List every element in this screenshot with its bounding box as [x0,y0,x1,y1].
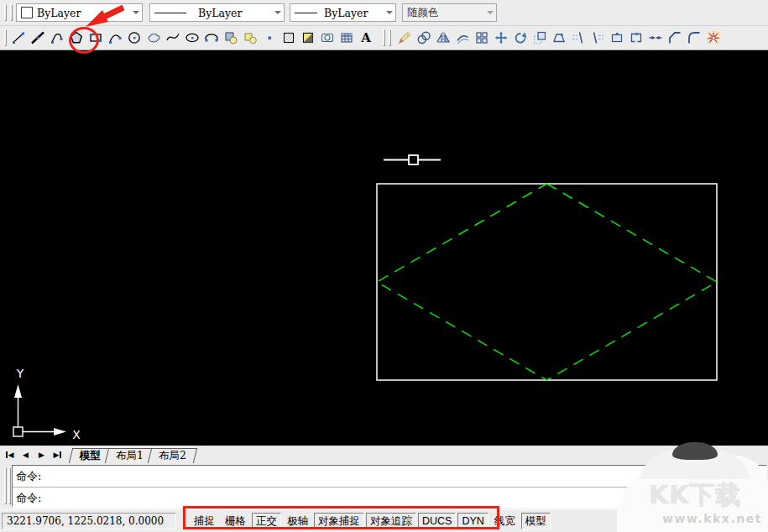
move-button[interactable] [491,28,510,49]
linetype-control-combobox[interactable]: ByLayer [149,3,285,22]
stretch-button[interactable] [549,28,568,49]
polyline-button[interactable] [47,28,66,49]
erase-button[interactable] [394,28,414,49]
next-layout-tab-button[interactable]: ▶ [34,448,49,462]
multiline-text-icon: A [358,30,374,45]
line-button[interactable] [8,28,28,49]
revision-cloud-icon [146,30,161,45]
drawn-rectangle[interactable] [377,184,717,380]
rotate-button[interactable] [510,28,530,49]
toggle-线宽[interactable]: 线宽 [490,513,520,529]
color-control-value: ByLayer [37,7,129,19]
draw-modify-toolbar-row: A [0,26,768,50]
join-button[interactable] [645,28,665,49]
toggle-栅格[interactable]: 栅格 [221,513,250,529]
make-block-button[interactable] [240,28,259,49]
toggle-捕捉[interactable]: 捕捉 [190,513,219,529]
lineweight-control-combobox[interactable]: ByLayer [290,3,396,22]
revision-cloud-button[interactable] [144,28,163,49]
point-button[interactable] [259,28,279,49]
table-button[interactable] [337,28,356,49]
break-at-point-button[interactable] [607,28,626,49]
circle-button[interactable] [124,28,144,49]
chamfer-button[interactable] [665,28,684,49]
tab-label: 布局2 [159,449,186,463]
command-text-area[interactable]: 命令:命令: [12,465,767,507]
toolbar-grip[interactable] [10,4,13,21]
color-control-dropdown-button[interactable] [129,4,142,21]
mirror-button[interactable] [433,28,452,49]
array-icon [474,30,489,45]
join-icon [648,30,663,45]
arc-button[interactable] [105,28,124,49]
array-button[interactable] [472,28,491,49]
construction-line-icon [30,30,45,45]
layout-tab-bar: ◀◀▶▶ 模型布局1布局2 [0,446,768,463]
chamfer-icon [667,30,682,45]
ellipse-arc-button[interactable] [201,28,221,49]
toggle-对象捕捉[interactable]: 对象捕捉 [314,513,364,529]
scale-button[interactable] [530,28,549,49]
stretch-icon [551,30,567,45]
construction-line-button[interactable] [28,28,47,49]
drawing-canvas[interactable]: Y X [0,50,768,446]
offset-icon [455,30,470,45]
ellipse-button[interactable] [182,28,201,49]
tab-布局2[interactable]: 布局2 [148,448,197,463]
polygon-button[interactable] [66,28,86,49]
ellipse-arc-icon [204,30,219,45]
color-swatch [21,7,33,18]
region-icon [320,30,335,45]
insert-block-button[interactable] [221,28,240,49]
linetype-control-dropdown-button[interactable] [271,4,284,21]
toggle-模型[interactable]: 模型 [521,513,551,529]
hatch-button[interactable] [279,28,298,49]
linetype-control-value: ByLayer [198,7,271,19]
toggle-极轴[interactable]: 极轴 [283,513,312,529]
previous-layout-tab-button[interactable]: ◀ [18,448,33,462]
region-button[interactable] [317,28,337,49]
copy-icon [416,30,431,45]
toggle-DUCS[interactable]: DUCS [418,513,456,529]
rectangle-button[interactable] [86,28,105,49]
gradient-icon [300,30,316,45]
offset-button[interactable] [452,28,472,49]
toggle-对象追踪[interactable]: 对象追踪 [366,513,416,529]
arc-icon [107,30,123,45]
gradient-button[interactable] [298,28,317,49]
explode-button[interactable] [703,28,723,49]
fillet-button[interactable] [684,28,703,49]
toolbar-grip[interactable] [389,29,391,46]
arrow-right-icon: ▶ [54,451,60,459]
trim-icon [571,30,586,45]
multiline-text-button[interactable]: A [356,28,375,49]
copy-button[interactable] [414,28,433,49]
break-button[interactable] [626,28,645,49]
coordinate-display[interactable]: 3221.9706, 1225.0218, 0.0000 [2,513,176,529]
spline-button[interactable] [163,28,182,49]
last-layout-tab-button[interactable]: ▶ [50,448,65,462]
lineweight-sample-icon [295,13,317,13]
toggle-DYN[interactable]: DYN [457,513,488,529]
cad-application-window: ByLayer ByLayer ByLayer 随颜色 A [0,0,768,532]
bar-icon [6,451,8,458]
command-prompt-line[interactable]: 命令: [13,488,766,509]
plotstyle-control-value: 随颜色 [407,6,483,20]
first-layout-tab-button[interactable]: ◀ [3,448,17,462]
toolbar-grip[interactable] [383,29,385,46]
insert-block-icon [223,30,238,45]
color-control-combobox[interactable]: ByLayer [16,3,143,22]
chevron-down-icon [386,11,393,14]
command-window: 命令:命令: [0,463,768,509]
arrow-left-icon: ◀ [23,451,29,459]
toolbar-grip[interactable] [4,29,7,46]
extend-button[interactable] [588,28,607,49]
toggle-正交[interactable]: 正交 [252,513,281,529]
lineweight-control-dropdown-button[interactable] [383,4,395,21]
drawn-dashed-diamond[interactable] [377,184,717,380]
trim-button[interactable] [568,28,588,49]
chevron-down-icon [133,11,139,14]
point-icon [262,30,277,45]
break-icon [629,30,644,45]
toolbar-grip[interactable] [4,4,7,21]
